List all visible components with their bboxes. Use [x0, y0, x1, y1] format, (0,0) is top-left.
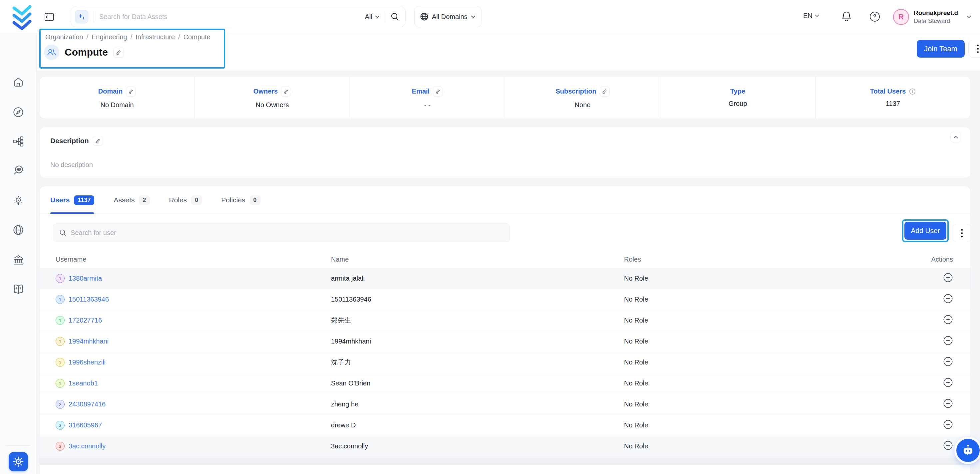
table-next-row-edge: [40, 457, 970, 465]
table-row: 115011363946 15011363946 No Role: [40, 289, 970, 310]
breadcrumb-item-engineering[interactable]: Engineering: [92, 33, 127, 41]
column-header-roles: Roles: [624, 251, 877, 268]
global-search-bar: All: [71, 6, 406, 27]
all-domains-label: All Domains: [432, 13, 468, 21]
home-icon[interactable]: [13, 76, 24, 88]
username-link[interactable]: 316605967: [68, 422, 102, 429]
search-icon[interactable]: [391, 12, 399, 21]
lineage-graph-icon[interactable]: [13, 136, 24, 147]
glossary-book-icon[interactable]: [13, 284, 24, 295]
remove-user-button[interactable]: [943, 273, 953, 283]
header-more-options-button[interactable]: [968, 40, 980, 57]
edit-subscription-button[interactable]: [600, 87, 610, 97]
field-type: Type Group: [660, 76, 815, 119]
breadcrumb-item-compute[interactable]: Compute: [183, 33, 210, 41]
owners-label: Owners: [253, 87, 278, 95]
tab-users[interactable]: Users 1137: [50, 186, 94, 214]
pencil-icon: [129, 89, 134, 94]
username-link[interactable]: 172027716: [68, 317, 102, 324]
user-search-box: [53, 223, 510, 242]
sidebar-toggle-icon[interactable]: [44, 12, 54, 22]
username-link[interactable]: 1994mhkhani: [68, 337, 108, 345]
remove-user-button[interactable]: [943, 441, 953, 450]
user-display-name: 沈子力: [331, 352, 624, 373]
group-properties-card: Domain No Domain Owners No Owners Email …: [39, 76, 970, 119]
edit-email-button[interactable]: [433, 87, 443, 97]
remove-user-button[interactable]: [943, 419, 953, 429]
subscription-label: Subscription: [555, 87, 596, 95]
remove-user-button[interactable]: [943, 336, 953, 345]
domains-globe-icon[interactable]: [13, 224, 24, 236]
chevron-down-icon: [471, 15, 476, 18]
insights-lightbulb-icon[interactable]: [13, 195, 24, 206]
settings-gear-button[interactable]: [9, 452, 28, 471]
type-label: Type: [730, 87, 745, 95]
left-nav-sidebar: [0, 33, 37, 474]
collapse-description-button[interactable]: [950, 132, 961, 142]
group-avatar: [44, 45, 59, 60]
username-link[interactable]: 1996shenzili: [68, 358, 105, 366]
gear-icon: [12, 456, 24, 468]
domain-value: No Domain: [100, 101, 134, 109]
datahub-logo-icon[interactable]: [12, 4, 33, 30]
table-row: 1172027716 郑先生 No Role: [40, 310, 970, 331]
table-row: 22430897416 zheng he No Role: [40, 394, 970, 415]
users-table: Username Name Roles Actions 11380armita …: [40, 251, 970, 457]
group-people-icon: [47, 48, 56, 56]
all-domains-selector[interactable]: All Domains: [414, 6, 482, 27]
type-value: Group: [729, 100, 747, 108]
governance-bank-icon[interactable]: [13, 254, 24, 266]
add-user-button[interactable]: Add User: [904, 222, 947, 240]
avatar: 1: [56, 274, 65, 283]
observe-search-eye-icon[interactable]: [13, 165, 24, 177]
tab-assets[interactable]: Assets 2: [113, 186, 150, 214]
chat-assistant-button[interactable]: [956, 439, 980, 462]
user-display-name: armita jalali: [331, 268, 624, 289]
tab-roles[interactable]: Roles 0: [169, 186, 202, 214]
search-icon: [59, 229, 67, 236]
search-input[interactable]: [99, 13, 365, 21]
user-search-input[interactable]: [71, 229, 503, 237]
users-more-options-button[interactable]: [953, 224, 970, 242]
edit-description-button[interactable]: [93, 136, 103, 146]
info-icon[interactable]: [909, 88, 916, 95]
user-display-name: 郑先生: [331, 310, 624, 331]
table-row: 11seanob1 Sean O'Brien No Role: [40, 373, 970, 394]
search-scope-dropdown[interactable]: All: [365, 13, 380, 21]
user-role: No Role: [624, 373, 877, 394]
user-menu[interactable]: R Rounakpreet.d Data Steward: [893, 9, 971, 25]
username-link[interactable]: 15011363946: [68, 296, 109, 303]
subscription-value: None: [575, 101, 591, 109]
users-toolbar: Add User: [40, 214, 970, 251]
top-navbar: All All Domains EN ? R Rounakpreet.d Dat…: [0, 0, 980, 33]
field-total-users: Total Users 1137: [815, 76, 970, 119]
username-link[interactable]: 2430897416: [68, 401, 105, 408]
edit-title-button[interactable]: [113, 47, 124, 57]
add-user-highlight-box: Add User: [902, 220, 949, 242]
username-link[interactable]: 1380armita: [68, 275, 102, 282]
explore-compass-icon[interactable]: [13, 107, 24, 118]
join-team-button[interactable]: Join Team: [917, 40, 965, 57]
tab-policies[interactable]: Policies 0: [221, 186, 260, 214]
breadcrumb-item-infrastructure[interactable]: Infrastructure: [135, 33, 175, 41]
notifications-bell-icon[interactable]: [841, 11, 852, 22]
remove-user-button[interactable]: [943, 356, 953, 366]
avatar: 2: [56, 400, 65, 409]
remove-user-button[interactable]: [943, 398, 953, 409]
help-glyph: ?: [873, 13, 877, 20]
ai-sparkle-icon[interactable]: [75, 10, 88, 23]
language-selector[interactable]: EN: [803, 12, 819, 20]
remove-user-button[interactable]: [943, 377, 953, 387]
breadcrumb-item-organization[interactable]: Organization: [45, 33, 83, 41]
remove-user-button[interactable]: [943, 294, 953, 304]
username-link[interactable]: 3ac.connolly: [68, 442, 105, 450]
description-label: Description: [50, 137, 89, 145]
username-link[interactable]: 1seanob1: [68, 380, 98, 387]
user-display-name: 15011363946: [331, 289, 624, 310]
edit-domain-button[interactable]: [126, 87, 136, 97]
edit-owners-button[interactable]: [281, 87, 291, 97]
remove-user-button[interactable]: [943, 315, 953, 324]
help-button[interactable]: ?: [870, 12, 880, 22]
pencil-icon: [436, 89, 441, 94]
table-row: 3316605967 drewe D No Role: [40, 415, 970, 436]
